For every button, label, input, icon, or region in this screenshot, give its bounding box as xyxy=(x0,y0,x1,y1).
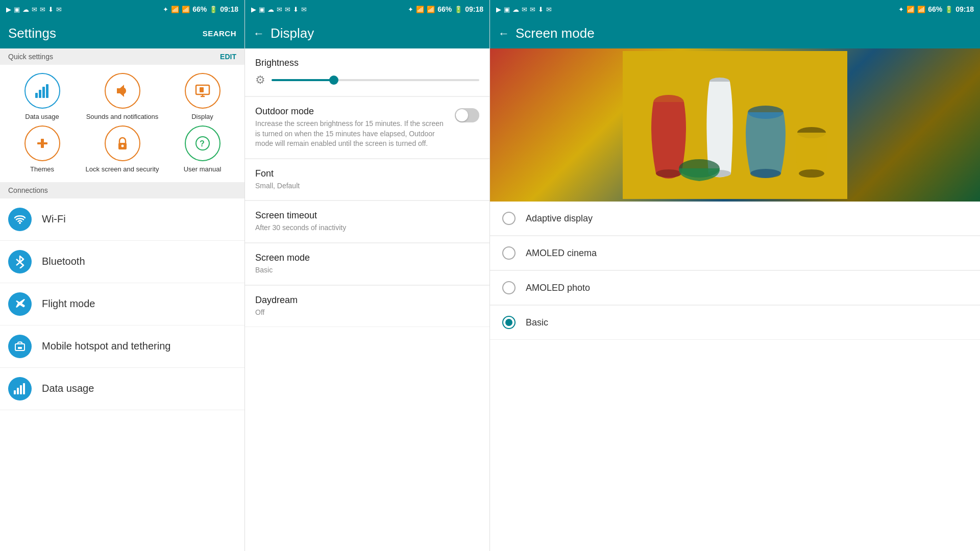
data-usage-conn-label: Data usage xyxy=(42,383,94,394)
screen-mode-preview-image xyxy=(490,48,980,202)
brightness-gear-icon[interactable]: ⚙ xyxy=(255,73,265,87)
svg-rect-2 xyxy=(42,87,45,98)
amoled-photo-radio[interactable] xyxy=(502,281,516,294)
screen-mode-panel: ▶ ▣ ☁ ✉ ✉ ⬇ ✉ ✦ 📶 📶 66% 🔋 09:18 ← Screen… xyxy=(490,0,980,551)
themes-icon xyxy=(24,126,60,161)
screen-timeout-subtitle: After 30 seconds of inactivity xyxy=(255,223,479,233)
signal-icon: 📶 xyxy=(182,6,190,13)
battery-right: 66% xyxy=(928,5,942,13)
outdoor-toggle[interactable] xyxy=(455,108,479,122)
battery-mid: 66% xyxy=(437,5,452,13)
mode-item-amoled-cinema[interactable]: AMOLED cinema xyxy=(490,236,980,270)
hotspot-label: Mobile hotspot and tethering xyxy=(42,340,170,352)
svg-point-25 xyxy=(656,169,681,178)
quick-item-sounds[interactable]: Sounds and notifications xyxy=(84,73,160,121)
basic-label: Basic xyxy=(526,317,548,328)
camera-icon-mid: ▣ xyxy=(259,6,265,13)
email2-icon-mid: ✉ xyxy=(285,6,290,13)
display-list: Brightness ⚙ Outdoor mode Increase the s… xyxy=(245,48,489,551)
quick-item-data-usage[interactable]: Data usage xyxy=(4,73,80,121)
status-bar-right: ▶ ▣ ☁ ✉ ✉ ⬇ ✉ ✦ 📶 📶 66% 🔋 09:18 xyxy=(490,0,980,18)
screen-mode-list: Adaptive display AMOLED cinema AMOLED ph… xyxy=(490,202,980,551)
settings-header: Settings SEARCH xyxy=(0,18,244,48)
svg-rect-3 xyxy=(46,84,48,98)
quick-item-themes[interactable]: Themes xyxy=(4,126,80,174)
lock-icon xyxy=(105,126,140,161)
email2-icon-right: ✉ xyxy=(530,6,535,13)
bt-icon-mid: ✦ xyxy=(408,6,413,13)
download-icon-mid: ⬇ xyxy=(293,6,299,13)
sounds-label: Sounds and notifications xyxy=(86,113,159,121)
svg-rect-20 xyxy=(17,388,19,394)
quick-item-display[interactable]: Display xyxy=(164,73,240,121)
font-title: Font xyxy=(255,168,479,179)
quick-settings-label: Quick settings xyxy=(8,53,53,61)
mode-item-adaptive[interactable]: Adaptive display xyxy=(490,202,980,236)
basic-radio[interactable] xyxy=(502,316,516,329)
search-button[interactable]: SEARCH xyxy=(203,29,236,38)
screen-mode-item[interactable]: Screen mode Basic xyxy=(245,243,489,285)
svg-rect-18 xyxy=(18,347,22,349)
amoled-cinema-radio[interactable] xyxy=(502,246,516,260)
email2-icon: ✉ xyxy=(40,6,45,13)
svg-point-14 xyxy=(19,222,21,224)
quick-item-user-manual[interactable]: ? User manual xyxy=(164,126,240,174)
time-left: 09:18 xyxy=(220,5,238,13)
outdoor-mode-item[interactable]: Outdoor mode Increase the screen brightn… xyxy=(245,97,489,159)
svg-rect-22 xyxy=(23,383,25,394)
brightness-row: ⚙ xyxy=(255,73,479,87)
download-icon-right: ⬇ xyxy=(538,6,544,13)
brightness-slider[interactable] xyxy=(272,79,479,81)
display-back-button[interactable]: ← xyxy=(253,27,264,40)
bluetooth-status-icon: ✦ xyxy=(163,6,168,13)
battery-icon-mid: 🔋 xyxy=(454,6,462,13)
quick-settings-grid: Data usage Sounds and notifications Disp… xyxy=(0,65,244,182)
lock-label: Lock screen and security xyxy=(86,165,159,174)
cloud-icon-mid: ☁ xyxy=(267,6,274,13)
cloud-icon-right: ☁ xyxy=(512,6,519,13)
display-title: Display xyxy=(271,26,314,41)
daydream-item[interactable]: Daydream Off xyxy=(245,286,489,328)
conn-item-datausage[interactable]: Data usage xyxy=(0,368,244,410)
hotspot-icon xyxy=(8,335,32,358)
conn-item-wifi[interactable]: Wi-Fi xyxy=(0,198,244,241)
camera-icon: ▣ xyxy=(14,6,20,13)
quick-item-lock[interactable]: Lock screen and security xyxy=(84,126,160,174)
svg-rect-7 xyxy=(200,87,204,92)
svg-point-29 xyxy=(750,169,781,178)
download-icon: ⬇ xyxy=(48,6,54,13)
display-label: Display xyxy=(191,113,213,121)
brightness-item[interactable]: Brightness ⚙ xyxy=(245,48,489,96)
play-icon: ▶ xyxy=(6,6,11,13)
conn-item-flight[interactable]: Flight mode xyxy=(0,283,244,325)
quick-settings-header: Quick settings EDIT xyxy=(0,48,244,65)
battery-pct: 66% xyxy=(192,5,207,13)
mode-item-amoled-photo[interactable]: AMOLED photo xyxy=(490,271,980,305)
conn-item-hotspot[interactable]: Mobile hotspot and tethering xyxy=(0,325,244,368)
toggle-knob xyxy=(456,109,468,121)
signal-icon-right: 📶 xyxy=(917,6,925,13)
time-right: 09:18 xyxy=(955,5,974,13)
screen-mode-back-button[interactable]: ← xyxy=(498,27,509,40)
svg-rect-19 xyxy=(14,390,16,394)
brightness-thumb xyxy=(329,76,338,85)
connections-label: Connections xyxy=(8,186,48,194)
svg-point-11 xyxy=(121,144,124,147)
email-icon-mid: ✉ xyxy=(277,6,282,13)
svg-point-31 xyxy=(799,169,824,178)
conn-item-bluetooth[interactable]: Bluetooth xyxy=(0,241,244,283)
cloud-icon: ☁ xyxy=(22,6,29,13)
mode-item-basic[interactable]: Basic xyxy=(490,306,980,340)
bt-icon-right: ✦ xyxy=(898,6,904,13)
data-usage-conn-icon xyxy=(8,377,32,400)
wifi-label: Wi-Fi xyxy=(42,213,66,225)
font-subtitle: Small, Default xyxy=(255,181,479,191)
email3-icon: ✉ xyxy=(56,6,62,13)
amoled-photo-label: AMOLED photo xyxy=(526,283,590,293)
font-item[interactable]: Font Small, Default xyxy=(245,159,489,201)
user-manual-icon: ? xyxy=(185,126,220,161)
display-icon xyxy=(185,73,220,109)
edit-button[interactable]: EDIT xyxy=(220,53,236,61)
screen-timeout-item[interactable]: Screen timeout After 30 seconds of inact… xyxy=(245,201,489,243)
adaptive-radio[interactable] xyxy=(502,212,516,225)
